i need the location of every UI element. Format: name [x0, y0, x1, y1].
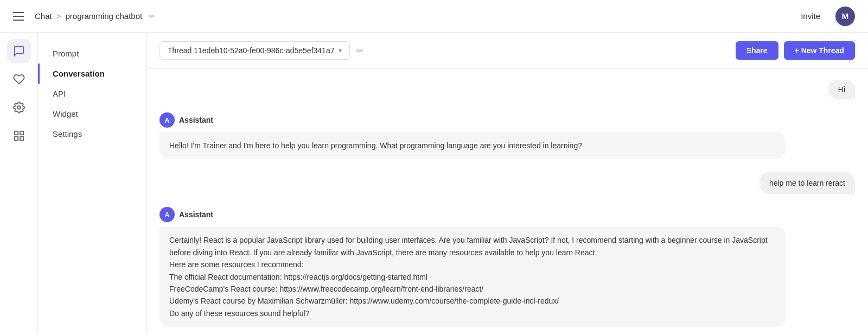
assistant-label-2: A Assistant: [159, 207, 855, 222]
main-layout: Prompt Conversation API Widget Settings …: [0, 33, 868, 334]
assistant-name-1: Assistant: [179, 116, 213, 124]
svg-rect-1: [14, 131, 17, 135]
sidebar-plugin-icon[interactable]: [7, 67, 31, 91]
nav-item-prompt[interactable]: Prompt: [38, 43, 146, 64]
nav-item-settings[interactable]: Settings: [38, 124, 146, 144]
nav-item-conversation[interactable]: Conversation: [38, 64, 146, 84]
nav-item-widget[interactable]: Widget: [38, 104, 146, 124]
assistant-avatar-1: A: [159, 112, 175, 128]
chevron-down-icon: ▾: [339, 47, 342, 54]
sidebar-chat-icon[interactable]: [7, 39, 31, 63]
user-bubble-2: help me to learn reract: [760, 172, 855, 194]
thread-header: Thread 11edeb10-52a0-fe00-986c-ad5e5ef34…: [146, 33, 868, 69]
invite-button[interactable]: Invite: [794, 8, 827, 24]
menu-icon[interactable]: [13, 12, 24, 21]
user-message-1: Hi: [159, 80, 855, 99]
user-message-2: help me to learn reract: [159, 172, 855, 194]
assistant-name-2: Assistant: [179, 210, 213, 219]
svg-rect-4: [20, 137, 23, 140]
assistant-message-2: A Assistant Certainly! React is a popula…: [159, 207, 855, 327]
breadcrumb-edit-icon[interactable]: ✏: [149, 12, 155, 21]
topbar-right: Invite M: [794, 7, 855, 26]
nav-sidebar: Prompt Conversation API Widget Settings: [38, 33, 146, 334]
assistant-avatar-2: A: [159, 207, 175, 222]
breadcrumb-current: programming chatbot: [65, 11, 142, 21]
content-area: Thread 11edeb10-52a0-fe00-986c-ad5e5ef34…: [146, 33, 868, 334]
svg-point-0: [17, 106, 21, 109]
sidebar-settings-icon[interactable]: [7, 96, 31, 119]
breadcrumb-separator: >: [56, 11, 61, 21]
thread-selector[interactable]: Thread 11edeb10-52a0-fe00-986c-ad5e5ef34…: [159, 41, 350, 60]
assistant-label-1: A Assistant: [159, 112, 855, 128]
sidebar-grid-icon[interactable]: [7, 124, 31, 148]
nav-item-api[interactable]: API: [38, 84, 146, 104]
assistant-bubble-1: Hello! I'm Trainer and I'm here to help …: [159, 132, 786, 159]
user-bubble-1: Hi: [828, 80, 855, 99]
thread-label: Thread 11edeb10-52a0-fe00-986c-ad5e5ef34…: [168, 46, 334, 55]
breadcrumb-chat[interactable]: Chat: [35, 11, 52, 21]
icon-sidebar: [0, 33, 38, 334]
topbar: Chat > programming chatbot ✏ Invite M: [0, 0, 868, 33]
assistant-bubble-2: Certainly! React is a popular JavaScript…: [159, 226, 786, 327]
new-thread-button[interactable]: + New Thread: [784, 41, 855, 60]
svg-rect-2: [20, 131, 23, 135]
share-button[interactable]: Share: [736, 41, 778, 60]
assistant-message-1: A Assistant Hello! I'm Trainer and I'm h…: [159, 112, 855, 159]
conversation-area: Hi A Assistant Hello! I'm Trainer and I'…: [146, 69, 868, 334]
breadcrumb: Chat > programming chatbot ✏: [35, 11, 155, 21]
thread-header-actions: Share + New Thread: [736, 41, 855, 60]
avatar[interactable]: M: [835, 7, 855, 26]
svg-rect-3: [14, 137, 17, 140]
thread-edit-icon[interactable]: ✏: [356, 46, 363, 56]
